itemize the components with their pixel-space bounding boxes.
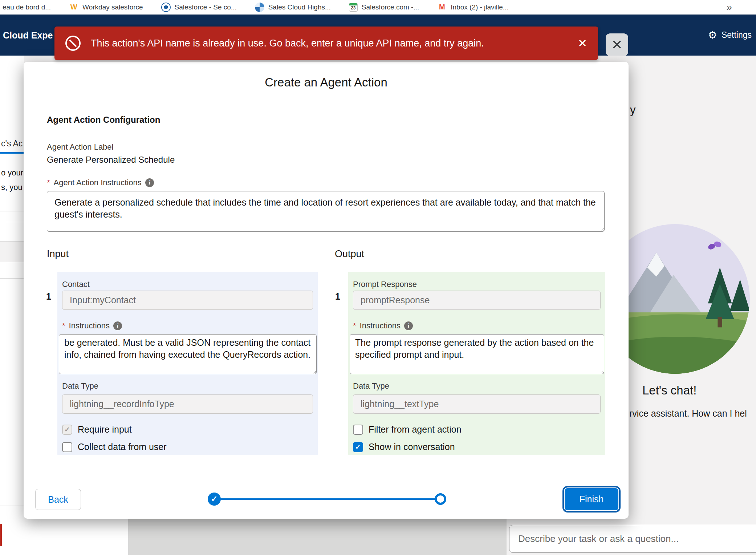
flow-close-button[interactable]: ✕ [606, 33, 628, 56]
show-in-conversation-checkbox[interactable] [353, 442, 363, 452]
filter-from-agent-action-row: Filter from agent action [353, 424, 601, 435]
background-tab-fragment[interactable]: c's Ac [1, 139, 23, 149]
info-icon[interactable]: i [145, 178, 154, 187]
collect-data-checkbox[interactable] [62, 442, 72, 452]
background-text-fragment: s, you [1, 183, 23, 192]
background-text-fragment: o your [1, 168, 23, 178]
error-toast: This action's API name is already in use… [54, 27, 598, 60]
input-instructions-textarea[interactable]: be generated. Must be a valid JSON repre… [59, 334, 317, 374]
bookmark-label: Sales Cloud Highs... [268, 3, 331, 11]
divider [0, 211, 24, 211]
collect-data-row: Collect data from user [62, 442, 313, 452]
section-heading: Agent Action Configuration [47, 115, 160, 125]
progress-line [214, 498, 441, 500]
required-marker: * [62, 321, 65, 331]
divider [0, 278, 24, 279]
bookmark-label: Inbox (2) - jlaville... [451, 3, 508, 11]
toast-close-icon[interactable]: ✕ [578, 37, 587, 50]
back-button[interactable]: Back [35, 489, 81, 510]
gmail-icon: M [437, 3, 447, 12]
bookmark-label: Workday salesforce [82, 3, 143, 11]
progress-step-current-icon [435, 493, 446, 505]
agent-action-label-value: Generate Personalized Schedule [47, 155, 175, 165]
error-ban-icon [65, 36, 81, 51]
divider [24, 102, 629, 102]
agent-action-instructions-label: Agent Action Instructions [54, 178, 142, 187]
checkbox-label: Show in conversation [369, 442, 455, 452]
settings-label: Settings [722, 30, 752, 40]
bookmark-item[interactable]: Salesforce - Se co... [161, 3, 237, 12]
bookmark-item[interactable]: Sales Cloud Highs... [255, 3, 331, 12]
error-field-bar [0, 524, 2, 546]
output-instructions-textarea[interactable]: The prompt response generated by the act… [350, 334, 604, 374]
bookmark-item[interactable]: eau de bord d... [3, 3, 51, 11]
chat-subtext-fragment: rvice assistant. How can I hel [629, 408, 756, 419]
bookmark-item[interactable]: M Inbox (2) - jlaville... [437, 3, 508, 12]
input-instructions-label-row: * Instructions i [62, 321, 313, 331]
checkbox-label: Require input [78, 424, 132, 435]
divider [24, 480, 629, 480]
create-agent-action-modal: Create an Agent Action Agent Action Conf… [24, 62, 629, 519]
input-datatype-label: Data Type [62, 381, 313, 391]
show-in-conversation-row: Show in conversation [353, 442, 601, 452]
info-icon[interactable]: i [404, 321, 413, 330]
bookmarks-overflow-chevron-icon[interactable]: » [726, 1, 732, 13]
active-tab-underline [0, 152, 24, 154]
chat-question-input[interactable] [509, 525, 756, 553]
output-datatype-input: lightning__textType [353, 394, 601, 414]
gear-icon: ⚙ [708, 30, 717, 40]
prompt-response-value-input: promptResponse [353, 291, 601, 310]
agent-action-label-label: Agent Action Label [47, 142, 113, 152]
screen: c's Ac o your s, you y [0, 0, 756, 555]
filter-from-agent-action-checkbox[interactable] [353, 425, 363, 435]
background-panel-fragment [0, 241, 24, 262]
workday-icon: W [69, 3, 78, 12]
chat-heading: Let's chat! [642, 384, 696, 397]
required-marker: * [47, 178, 50, 187]
output-datatype-label: Data Type [353, 381, 601, 391]
checkbox-label: Filter from agent action [369, 424, 462, 435]
prompt-response-label: Prompt Response [353, 280, 601, 289]
calendar-icon: 23 [349, 3, 358, 12]
output-instructions-label-row: * Instructions i [353, 321, 601, 331]
progress-step-done-icon: ✓ [208, 493, 221, 506]
input-datatype-input: lightning__recordInfoType [62, 394, 313, 414]
bookmark-item[interactable]: W Workday salesforce [69, 3, 143, 12]
input-heading: Input [47, 248, 69, 260]
agent-action-instructions-label-row: * Agent Action Instructions i [47, 178, 154, 187]
divider [0, 222, 24, 222]
agent-action-instructions-textarea[interactable]: Generate a personalized schedule that in… [47, 191, 605, 232]
contact-label: Contact [62, 280, 313, 289]
output-heading: Output [335, 248, 364, 260]
info-icon[interactable]: i [113, 321, 122, 330]
background-left-strip: c's Ac o your s, you [0, 56, 24, 506]
error-toast-message: This action's API name is already in use… [91, 38, 484, 49]
divider [0, 545, 128, 545]
bookmark-label: Salesforce.com -... [362, 3, 419, 11]
output-instructions-label: Instructions [360, 321, 401, 331]
bookmark-label: eau de bord d... [3, 3, 51, 11]
input-instructions-label: Instructions [69, 321, 110, 331]
contact-value-input: Input:myContact [62, 291, 313, 310]
finish-button[interactable]: Finish [565, 488, 618, 510]
require-input-row: Require input [62, 424, 313, 435]
input-panel: Contact Input:myContact * Instructions i… [57, 272, 318, 455]
checkbox-label: Collect data from user [78, 442, 167, 452]
bookmark-label: Salesforce - Se co... [175, 3, 237, 11]
bookmarks-bar: eau de bord d... W Workday salesforce Sa… [0, 0, 756, 15]
input-index: 1 [46, 291, 51, 302]
background-heading-fragment: y [630, 104, 636, 117]
require-input-checkbox[interactable] [62, 425, 72, 435]
salesforce-favicon-icon [161, 3, 171, 12]
app-title-fragment: Cloud Expe [3, 30, 53, 40]
sales-cloud-favicon-icon [255, 3, 264, 12]
output-panel: Prompt Response promptResponse * Instruc… [348, 272, 605, 455]
output-index: 1 [335, 291, 340, 302]
settings-button[interactable]: ⚙ Settings [708, 30, 752, 40]
modal-title: Create an Agent Action [24, 76, 629, 89]
required-marker: * [353, 321, 356, 331]
bookmark-item[interactable]: 23 Salesforce.com -... [349, 3, 419, 12]
